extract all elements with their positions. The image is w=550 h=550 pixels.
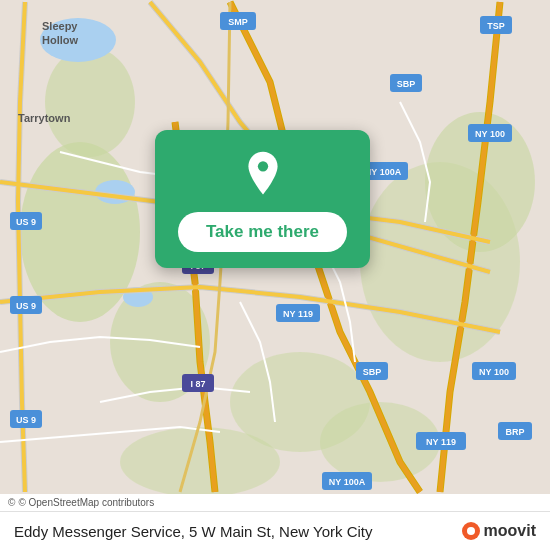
location-pin-icon (239, 150, 287, 198)
svg-text:NY 100A: NY 100A (365, 167, 402, 177)
svg-text:Hollow: Hollow (42, 34, 78, 46)
address-text: Eddy Messenger Service, 5 W Main St, New… (14, 523, 462, 540)
svg-text:NY 119: NY 119 (426, 437, 456, 447)
svg-point-8 (120, 427, 280, 494)
map-area: SMP TSP SBP NY 100 NY 100A US 9 I 87 US … (0, 0, 550, 494)
svg-text:NY 100: NY 100 (479, 367, 509, 377)
svg-point-49 (467, 527, 475, 535)
svg-text:US 9: US 9 (16, 415, 36, 425)
svg-text:NY 119: NY 119 (283, 309, 313, 319)
svg-text:TSP: TSP (487, 21, 505, 31)
svg-text:Sleepy: Sleepy (42, 20, 78, 32)
bottom-bar: Eddy Messenger Service, 5 W Main St, New… (0, 511, 550, 550)
svg-text:SBP: SBP (397, 79, 416, 89)
copyright-symbol: © (8, 497, 15, 508)
svg-point-6 (45, 47, 135, 157)
app-container: SMP TSP SBP NY 100 NY 100A US 9 I 87 US … (0, 0, 550, 550)
svg-text:US 9: US 9 (16, 301, 36, 311)
moovit-logo: moovit (462, 522, 536, 540)
map-attribution: © © OpenStreetMap contributors (0, 494, 550, 511)
svg-text:US 9: US 9 (16, 217, 36, 227)
navigation-card: Take me there (155, 130, 370, 268)
svg-text:BRP: BRP (505, 427, 524, 437)
svg-text:NY 100: NY 100 (475, 129, 505, 139)
svg-text:SBP: SBP (363, 367, 382, 377)
attribution-text: © OpenStreetMap contributors (18, 497, 154, 508)
svg-text:I 87: I 87 (190, 379, 205, 389)
moovit-text: moovit (484, 522, 536, 540)
svg-point-47 (257, 161, 267, 171)
take-me-there-button[interactable]: Take me there (178, 212, 347, 252)
svg-text:NY 100A: NY 100A (329, 477, 366, 487)
moovit-icon (462, 522, 480, 540)
svg-text:Tarrytown: Tarrytown (18, 112, 71, 124)
svg-text:SMP: SMP (228, 17, 248, 27)
